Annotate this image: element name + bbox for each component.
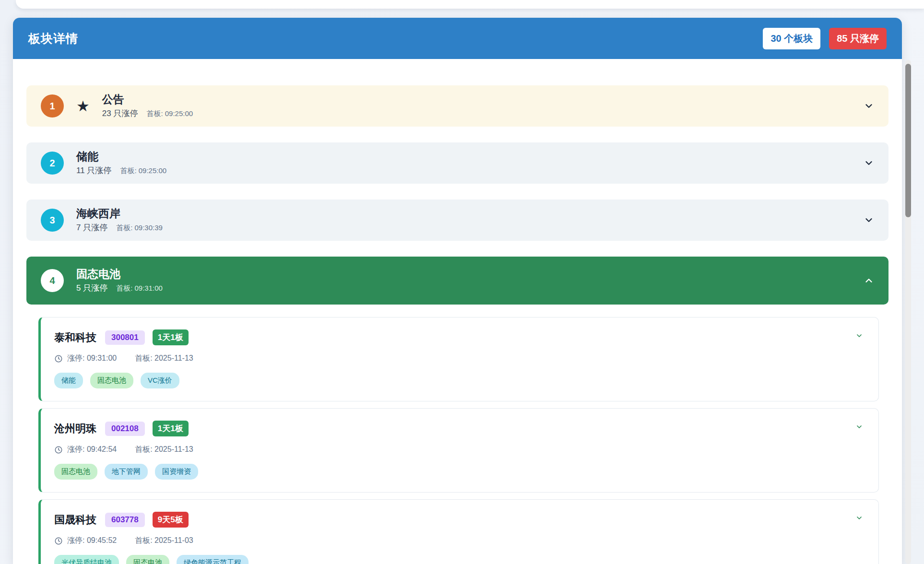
sector-row-gonggao[interactable]: 1 ★ 公告 23 只涨停 首板: 09:25:00 [26, 85, 888, 127]
sector-count-badge: 30 个板块 [763, 28, 820, 49]
rank-badge: 3 [41, 209, 64, 232]
streak-badge: 1天1板 [153, 329, 189, 345]
sector-list: 1 ★ 公告 23 只涨停 首板: 09:25:00 2 储能 11 只涨停 首… [13, 59, 902, 564]
concept-tag: 固态电池 [90, 373, 133, 388]
concept-tag: 储能 [54, 373, 83, 388]
star-icon: ★ [76, 99, 90, 114]
chevron-down-icon[interactable] [855, 423, 863, 431]
previous-card-edge [16, 0, 924, 9]
sector-limitup-count: 11 只涨停 [76, 165, 111, 176]
sector-name: 储能 [76, 150, 166, 163]
page-title: 板块详情 [28, 31, 78, 47]
stock-code-badge: 603778 [105, 513, 145, 527]
sector-name: 固态电池 [76, 268, 163, 280]
concept-tag: VC涨价 [141, 373, 179, 388]
sector-name: 海峡西岸 [76, 207, 163, 220]
clock-icon [54, 537, 63, 545]
sector-limitup-count: 7 只涨停 [76, 222, 107, 233]
stock-name: 沧州明珠 [54, 422, 96, 436]
stock-tags: 固态电池 地下管网 国资增资 [54, 464, 864, 480]
chevron-down-icon[interactable] [855, 332, 863, 340]
sector-limitup-count: 23 只涨停 [102, 108, 138, 119]
sector-info: 固态电池 5 只涨停 首板: 09:31:00 [76, 268, 163, 294]
rank-badge: 2 [41, 152, 64, 175]
chevron-down-icon[interactable] [855, 514, 863, 522]
stock-name: 国晟科技 [54, 513, 96, 527]
clock-icon [54, 354, 63, 363]
concept-tag: 光伏异质结电池 [54, 555, 119, 564]
first-board-date: 首板: 2025-11-03 [135, 536, 193, 546]
chevron-up-icon[interactable] [864, 275, 874, 286]
sector-limitup-count: 5 只涨停 [76, 282, 107, 294]
sector-row-haixia[interactable]: 3 海峡西岸 7 只涨停 首板: 09:30:39 [26, 200, 888, 241]
concept-tag: 地下管网 [105, 464, 148, 480]
first-board-date: 首板: 2025-11-13 [135, 353, 193, 364]
limitup-time: 涨停: 09:45:52 [67, 536, 117, 546]
sector-first-board-time: 首板: 09:25:00 [146, 109, 193, 118]
stock-name: 泰和科技 [54, 330, 96, 345]
stock-code-badge: 300801 [105, 330, 145, 345]
sector-detail-panel: 板块详情 30 个板块 85 只涨停 1 ★ 公告 23 只涨停 首板: 09:… [13, 18, 902, 564]
rank-badge: 4 [41, 269, 64, 292]
sector-first-board-time: 首板: 09:31:00 [116, 284, 163, 293]
limitup-time: 涨停: 09:31:00 [67, 353, 117, 364]
sector-info: 储能 11 只涨停 首板: 09:25:00 [76, 150, 166, 176]
clock-icon [54, 446, 63, 454]
header-badges: 30 个板块 85 只涨停 [763, 28, 887, 49]
limitup-time: 涨停: 09:42:54 [67, 445, 117, 455]
sector-row-chuneng[interactable]: 2 储能 11 只涨停 首板: 09:25:00 [26, 142, 888, 184]
sector-first-board-time: 首板: 09:30:39 [116, 223, 163, 233]
scrollbar-track[interactable] [905, 60, 911, 564]
stock-tags: 光伏异质结电池 固态电池 绿色能源示范工程 [54, 555, 864, 564]
sector-first-board-time: 首板: 09:25:00 [120, 166, 166, 176]
sector-info: 公告 23 只涨停 首板: 09:25:00 [102, 93, 193, 119]
sector-info: 海峡西岸 7 只涨停 首板: 09:30:39 [76, 207, 163, 233]
stock-tags: 储能 固态电池 VC涨价 [54, 373, 864, 388]
concept-tag: 国资增资 [155, 464, 198, 480]
streak-badge: 9天5板 [153, 512, 189, 528]
concept-tag: 固态电池 [126, 555, 169, 564]
streak-badge: 1天1板 [153, 421, 189, 436]
limitup-count-badge: 85 只涨停 [829, 28, 887, 49]
stock-card-taihe[interactable]: 泰和科技 300801 1天1板 涨停: 09:31:00 首板: 2025-1… [38, 317, 879, 401]
stock-code-badge: 002108 [105, 422, 145, 436]
sector-name: 公告 [102, 93, 193, 106]
concept-tag: 固态电池 [54, 464, 97, 480]
chevron-down-icon[interactable] [864, 101, 874, 111]
concept-tag: 绿色能源示范工程 [177, 555, 249, 564]
stock-card-guosheng[interactable]: 国晟科技 603778 9天5板 涨停: 09:45:52 首板: 2025-1… [38, 499, 879, 564]
stock-card-cangzhou[interactable]: 沧州明珠 002108 1天1板 涨停: 09:42:54 首板: 2025-1… [38, 408, 879, 493]
chevron-down-icon[interactable] [864, 158, 874, 168]
chevron-down-icon[interactable] [864, 215, 874, 225]
stock-list: 泰和科技 300801 1天1板 涨停: 09:31:00 首板: 2025-1… [38, 317, 879, 564]
rank-badge: 1 [41, 94, 64, 118]
scrollbar-thumb[interactable] [905, 64, 911, 217]
first-board-date: 首板: 2025-11-13 [135, 445, 193, 455]
sector-row-gutai-dianchi[interactable]: 4 固态电池 5 只涨停 首板: 09:31:00 [26, 257, 888, 305]
panel-header: 板块详情 30 个板块 85 只涨停 [13, 18, 902, 59]
